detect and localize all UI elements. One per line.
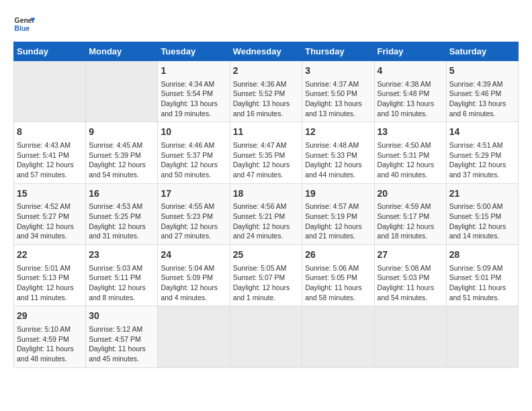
day-info: Sunset: 5:27 PM bbox=[17, 212, 83, 222]
calendar-week-row: 15Sunrise: 4:52 AMSunset: 5:27 PMDayligh… bbox=[14, 183, 519, 244]
day-info: Sunset: 5:29 PM bbox=[449, 150, 515, 161]
day-info: Daylight: 12 hours and 37 minutes. bbox=[449, 160, 515, 179]
calendar-cell: 14Sunrise: 4:51 AMSunset: 5:29 PMDayligh… bbox=[446, 122, 518, 183]
weekday-header-saturday: Saturday bbox=[446, 42, 518, 61]
calendar-cell bbox=[158, 306, 230, 367]
day-number: 25 bbox=[233, 248, 300, 262]
calendar-cell: 22Sunrise: 5:01 AMSunset: 5:13 PMDayligh… bbox=[14, 245, 86, 306]
weekday-header-sunday: Sunday bbox=[14, 42, 86, 61]
day-info: Sunset: 5:11 PM bbox=[89, 273, 154, 283]
day-info: Sunset: 5:25 PM bbox=[89, 212, 154, 222]
day-info: Sunset: 5:13 PM bbox=[17, 273, 83, 283]
day-info: Sunrise: 4:56 AM bbox=[233, 201, 300, 212]
day-info: Daylight: 12 hours and 27 minutes. bbox=[161, 222, 226, 241]
day-info: Daylight: 13 hours and 19 minutes. bbox=[161, 99, 226, 118]
day-number: 5 bbox=[449, 64, 515, 78]
day-info: Sunrise: 5:05 AM bbox=[233, 263, 300, 273]
calendar-cell: 25Sunrise: 5:05 AMSunset: 5:07 PMDayligh… bbox=[230, 245, 302, 306]
day-number: 27 bbox=[378, 248, 443, 262]
day-info: Daylight: 12 hours and 14 minutes. bbox=[449, 222, 515, 241]
day-info: Daylight: 12 hours and 4 minutes. bbox=[161, 283, 226, 302]
calendar-cell: 5Sunrise: 4:39 AMSunset: 5:46 PMDaylight… bbox=[446, 61, 518, 122]
day-info: Sunset: 5:41 PM bbox=[17, 150, 83, 161]
day-info: Sunset: 5:07 PM bbox=[233, 273, 300, 283]
calendar-cell: 1Sunrise: 4:34 AMSunset: 5:54 PMDaylight… bbox=[158, 61, 230, 122]
day-info: Sunrise: 5:00 AM bbox=[449, 201, 515, 212]
day-number: 19 bbox=[305, 187, 371, 201]
day-info: Sunset: 5:46 PM bbox=[449, 89, 515, 99]
day-info: Sunrise: 4:47 AM bbox=[233, 140, 300, 150]
day-number: 23 bbox=[89, 248, 154, 262]
day-info: Sunrise: 5:10 AM bbox=[17, 324, 83, 334]
calendar-cell: 8Sunrise: 4:43 AMSunset: 5:41 PMDaylight… bbox=[14, 122, 86, 183]
day-info: Daylight: 11 hours and 51 minutes. bbox=[449, 283, 515, 302]
calendar-table: SundayMondayTuesdayWednesdayThursdayFrid… bbox=[13, 42, 519, 368]
logo: General Blue bbox=[13, 13, 35, 35]
day-info: Sunrise: 5:03 AM bbox=[89, 263, 154, 273]
day-info: Sunset: 5:33 PM bbox=[305, 150, 371, 161]
day-info: Sunrise: 4:57 AM bbox=[305, 201, 371, 212]
day-info: Daylight: 13 hours and 6 minutes. bbox=[449, 99, 515, 118]
day-info: Sunrise: 4:52 AM bbox=[17, 201, 83, 212]
day-info: Sunrise: 4:46 AM bbox=[161, 140, 226, 150]
day-info: Sunrise: 5:08 AM bbox=[378, 263, 443, 273]
day-info: Sunset: 5:19 PM bbox=[305, 212, 371, 222]
day-info: Daylight: 12 hours and 21 minutes. bbox=[305, 222, 371, 241]
calendar-cell: 2Sunrise: 4:36 AMSunset: 5:52 PMDaylight… bbox=[230, 61, 302, 122]
day-info: Sunset: 5:31 PM bbox=[378, 150, 443, 161]
day-info: Sunset: 5:52 PM bbox=[233, 89, 300, 99]
day-info: Sunrise: 5:06 AM bbox=[305, 263, 371, 273]
day-info: Sunrise: 5:01 AM bbox=[17, 263, 83, 273]
weekday-header-thursday: Thursday bbox=[302, 42, 374, 61]
day-number: 2 bbox=[233, 64, 300, 78]
day-info: Sunrise: 4:48 AM bbox=[305, 140, 371, 150]
day-info: Daylight: 12 hours and 57 minutes. bbox=[17, 160, 83, 179]
weekday-header-tuesday: Tuesday bbox=[158, 42, 230, 61]
day-info: Sunrise: 4:45 AM bbox=[89, 140, 154, 150]
day-info: Sunset: 5:39 PM bbox=[89, 150, 154, 161]
day-info: Sunset: 5:48 PM bbox=[378, 89, 443, 99]
day-number: 3 bbox=[305, 64, 371, 78]
day-info: Sunset: 5:09 PM bbox=[161, 273, 226, 283]
calendar-cell: 26Sunrise: 5:06 AMSunset: 5:05 PMDayligh… bbox=[302, 245, 374, 306]
day-info: Sunrise: 4:51 AM bbox=[449, 140, 515, 150]
calendar-cell: 20Sunrise: 4:59 AMSunset: 5:17 PMDayligh… bbox=[374, 183, 446, 244]
day-info: Sunrise: 4:38 AM bbox=[378, 79, 443, 89]
day-info: Sunrise: 4:55 AM bbox=[161, 201, 226, 212]
day-info: Sunrise: 5:09 AM bbox=[449, 263, 515, 273]
day-info: Daylight: 12 hours and 24 minutes. bbox=[233, 222, 300, 241]
calendar-cell: 16Sunrise: 4:53 AMSunset: 5:25 PMDayligh… bbox=[86, 183, 158, 244]
calendar-cell: 10Sunrise: 4:46 AMSunset: 5:37 PMDayligh… bbox=[158, 122, 230, 183]
day-info: Sunset: 5:05 PM bbox=[305, 273, 371, 283]
day-number: 16 bbox=[89, 187, 154, 201]
day-number: 12 bbox=[305, 126, 371, 139]
calendar-cell bbox=[86, 61, 158, 122]
day-info: Daylight: 13 hours and 16 minutes. bbox=[233, 99, 300, 118]
calendar-cell: 18Sunrise: 4:56 AMSunset: 5:21 PMDayligh… bbox=[230, 183, 302, 244]
day-number: 13 bbox=[378, 126, 443, 139]
header: General Blue bbox=[13, 13, 519, 35]
calendar-cell bbox=[14, 61, 86, 122]
day-number: 21 bbox=[449, 187, 515, 201]
calendar-cell: 17Sunrise: 4:55 AMSunset: 5:23 PMDayligh… bbox=[158, 183, 230, 244]
day-number: 24 bbox=[161, 248, 226, 262]
calendar-cell: 21Sunrise: 5:00 AMSunset: 5:15 PMDayligh… bbox=[446, 183, 518, 244]
day-number: 28 bbox=[449, 248, 515, 262]
calendar-header: SundayMondayTuesdayWednesdayThursdayFrid… bbox=[14, 42, 519, 61]
day-info: Sunrise: 4:43 AM bbox=[17, 140, 83, 150]
day-info: Sunset: 5:17 PM bbox=[378, 212, 443, 222]
day-number: 15 bbox=[17, 187, 83, 201]
weekday-header-monday: Monday bbox=[86, 42, 158, 61]
day-number: 9 bbox=[89, 126, 154, 139]
day-info: Sunset: 5:23 PM bbox=[161, 212, 226, 222]
calendar-cell: 28Sunrise: 5:09 AMSunset: 5:01 PMDayligh… bbox=[446, 245, 518, 306]
day-info: Daylight: 12 hours and 40 minutes. bbox=[378, 160, 443, 179]
day-info: Daylight: 11 hours and 58 minutes. bbox=[305, 283, 371, 302]
day-info: Sunrise: 4:53 AM bbox=[89, 201, 154, 212]
calendar-cell: 13Sunrise: 4:50 AMSunset: 5:31 PMDayligh… bbox=[374, 122, 446, 183]
day-info: Daylight: 12 hours and 47 minutes. bbox=[233, 160, 300, 179]
day-number: 14 bbox=[449, 126, 515, 139]
day-info: Daylight: 12 hours and 31 minutes. bbox=[89, 222, 154, 241]
day-info: Daylight: 12 hours and 8 minutes. bbox=[89, 283, 154, 302]
day-number: 11 bbox=[233, 126, 300, 139]
